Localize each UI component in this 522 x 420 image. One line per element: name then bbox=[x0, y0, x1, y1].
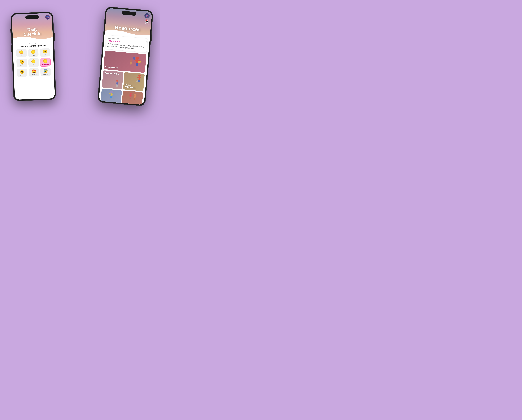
mood-calendar-card[interactable]: Mood Calendar bbox=[103, 51, 146, 73]
svg-rect-26 bbox=[111, 96, 112, 98]
lonely-emoji: 😢 bbox=[20, 70, 24, 74]
ok-emoji: 🙂 bbox=[31, 60, 36, 63]
volume-up-button bbox=[11, 35, 11, 43]
svg-text:♥: ♥ bbox=[132, 94, 134, 96]
svg-rect-31 bbox=[130, 97, 130, 99]
phone-left: 🌆 Daily Check-In Welcome, How are you fe… bbox=[11, 12, 56, 101]
worried-label: Worried bbox=[19, 64, 24, 66]
emoji-inadequate[interactable]: 😐 Inadequate bbox=[40, 58, 51, 67]
svg-rect-7 bbox=[138, 61, 141, 63]
resources-content: Today's mood: Inadequate Perhaps you sho… bbox=[99, 33, 150, 105]
svg-rect-25 bbox=[110, 96, 111, 98]
emoji-happy[interactable]: 😄 Happy bbox=[16, 49, 27, 58]
happy-label: Happy bbox=[19, 55, 23, 56]
success-tracker-card[interactable]: Success Tracker bbox=[102, 70, 123, 89]
svg-rect-38 bbox=[135, 98, 135, 100]
phone-right-header: 🌆 📅 Check-In Resources bbox=[105, 8, 152, 37]
phone-left-header: 🌆 Daily Check-In bbox=[12, 13, 53, 41]
svg-rect-11 bbox=[116, 82, 118, 84]
bottom-card-right[interactable]: ♥ ♥ bbox=[121, 90, 143, 105]
worried-emoji: 😟 bbox=[19, 60, 24, 64]
lonely-label: Lonely bbox=[20, 74, 24, 76]
svg-rect-3 bbox=[138, 60, 140, 61]
svg-rect-30 bbox=[131, 95, 132, 96]
side-buttons-left bbox=[10, 29, 12, 52]
mute-button bbox=[10, 29, 11, 33]
affirmations-illustration bbox=[134, 74, 144, 85]
inadequate-emoji: 😐 bbox=[43, 59, 48, 63]
upset-emoji: 😒 bbox=[31, 50, 36, 54]
emoji-upset[interactable]: 😒 Upset bbox=[28, 49, 39, 57]
svg-rect-12 bbox=[116, 84, 117, 86]
positive-affirmations-bg: Positive Affirmations bbox=[123, 72, 145, 91]
avatar-left: 🌆 bbox=[45, 15, 50, 20]
happy-emoji: 😄 bbox=[19, 50, 24, 54]
emoji-grid: 😄 Happy 😒 Upset 😠 Angry 😟 Worried bbox=[15, 48, 52, 77]
optimistic-label: Optimistic bbox=[31, 74, 37, 75]
svg-rect-1 bbox=[136, 59, 138, 63]
svg-rect-4 bbox=[136, 63, 137, 66]
svg-rect-16 bbox=[137, 77, 139, 78]
svg-rect-5 bbox=[137, 63, 138, 66]
phone-right-screen: 🌆 📅 Check-In Resources bbox=[99, 8, 152, 105]
bottom-right-bg: ♥ ♥ bbox=[122, 90, 143, 105]
emoji-angry[interactable]: 😠 Angry bbox=[40, 48, 50, 57]
success-tracker-label: Success Tracker bbox=[104, 72, 119, 75]
scene: 🌆 Daily Check-In Welcome, How are you fe… bbox=[7, 4, 154, 124]
mood-card: Today's mood: Inadequate Perhaps you sho… bbox=[105, 35, 148, 52]
emoji-ok[interactable]: 🙂 Ok bbox=[28, 58, 39, 67]
check-in-label: Check-In bbox=[144, 23, 149, 25]
svg-rect-29 bbox=[129, 95, 130, 96]
bottom-left-illustration bbox=[106, 90, 117, 101]
success-tracker-illustration bbox=[112, 78, 122, 89]
emoji-worried[interactable]: 😟 Worried bbox=[16, 58, 27, 68]
svg-rect-37 bbox=[134, 98, 135, 100]
mood-calendar-bg: Mood Calendar bbox=[103, 51, 146, 73]
phone-left-content: Welcome, How are you feeling today? 😄 Ha… bbox=[13, 40, 54, 79]
svg-point-20 bbox=[136, 80, 138, 82]
svg-rect-13 bbox=[117, 84, 118, 87]
emoji-lonely[interactable]: 😢 Lonely bbox=[17, 68, 28, 77]
svg-rect-22 bbox=[110, 93, 112, 96]
notch-left bbox=[25, 15, 39, 19]
svg-rect-28 bbox=[130, 95, 131, 97]
angry-label: Angry bbox=[43, 54, 47, 55]
optimistic-emoji: 🤩 bbox=[31, 69, 36, 73]
svg-point-10 bbox=[116, 80, 118, 82]
svg-point-14 bbox=[138, 74, 141, 77]
anxious-emoji: 😰 bbox=[43, 69, 48, 73]
emoji-anxious[interactable]: 😰 Anxious bbox=[40, 68, 51, 76]
svg-rect-24 bbox=[112, 94, 113, 95]
power-button bbox=[54, 33, 55, 41]
power-button-right bbox=[151, 32, 152, 41]
svg-point-21 bbox=[110, 90, 113, 93]
emoji-optimistic[interactable]: 🤩 Optimistic bbox=[29, 68, 39, 76]
resources-grid: Mood Calendar bbox=[100, 51, 146, 105]
svg-rect-36 bbox=[134, 96, 136, 98]
svg-rect-6 bbox=[133, 57, 135, 60]
mood-calendar-label: Mood Calendar bbox=[105, 66, 118, 69]
svg-rect-32 bbox=[130, 97, 131, 99]
ok-label: Ok bbox=[33, 64, 35, 65]
calendar-icon: 📅 bbox=[145, 19, 149, 23]
anxious-label: Anxious bbox=[43, 73, 48, 75]
avatar-right: 🌆 bbox=[144, 13, 150, 19]
svg-rect-17 bbox=[140, 77, 142, 78]
svg-point-27 bbox=[130, 92, 132, 95]
svg-rect-23 bbox=[109, 93, 111, 94]
phone-right: 🌆 📅 Check-In Resources bbox=[97, 6, 154, 106]
inadequate-label: Inadequate bbox=[42, 63, 49, 65]
svg-rect-15 bbox=[138, 77, 140, 80]
notch-right bbox=[122, 11, 137, 16]
upset-label: Upset bbox=[31, 54, 35, 56]
volume-down-button bbox=[11, 45, 12, 52]
bottom-card-left[interactable] bbox=[100, 89, 122, 105]
positive-affirmations-card[interactable]: Positive Affirmations bbox=[123, 72, 145, 91]
success-tracker-bg: Success Tracker bbox=[102, 70, 123, 89]
svg-point-8 bbox=[130, 60, 132, 62]
phone-left-screen: 🌆 Daily Check-In Welcome, How are you fe… bbox=[12, 13, 55, 100]
check-in-button[interactable]: 📅 Check-In bbox=[144, 19, 149, 25]
angry-emoji: 😠 bbox=[43, 50, 47, 53]
svg-rect-2 bbox=[135, 59, 136, 60]
svg-rect-19 bbox=[139, 80, 140, 82]
